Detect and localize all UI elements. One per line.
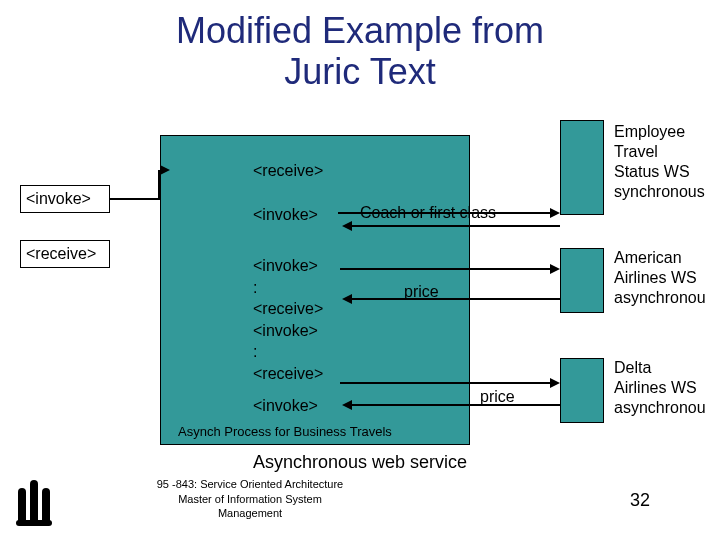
american-ws-label: American Airlines WS asynchronou — [614, 248, 706, 308]
async-ws-title: Asynchronous web service — [0, 452, 720, 473]
line-to-american — [340, 268, 552, 270]
center-receive-top: <receive> — [253, 160, 323, 182]
price1-label: price — [404, 283, 439, 301]
arrow-invoke-employee — [550, 208, 560, 218]
title-line-2: Juric Text — [284, 51, 435, 92]
left-invoke-label: <invoke> — [26, 190, 91, 208]
center-invoke-top: <invoke> — [253, 204, 318, 226]
line-from-delta — [352, 404, 560, 406]
line-employee-back — [352, 225, 560, 227]
coach-label: Coach or first class — [360, 204, 496, 222]
line-to-delta — [340, 382, 552, 384]
line-left-invoke — [110, 198, 160, 200]
slide-stage: Modified Example from Juric Text <invoke… — [0, 0, 720, 540]
delta-ws-label: Delta Airlines WS asynchronou — [614, 358, 706, 418]
employee-ws-box — [560, 120, 604, 215]
logo-icon — [18, 480, 58, 524]
price2-label: price — [480, 388, 515, 406]
arrow-from-delta — [342, 400, 352, 410]
arrow-from-american — [342, 294, 352, 304]
delta-ws-box — [560, 358, 604, 423]
arrow-to-delta — [550, 378, 560, 388]
arrow-employee-back — [342, 221, 352, 231]
page-number: 32 — [630, 490, 650, 511]
course-label: 95 -843: Service Oriented Architecture — [120, 478, 380, 492]
title-line-1: Modified Example from — [176, 10, 544, 51]
arrow-left-invoke — [160, 165, 170, 175]
center-invoke-bottom: <invoke> — [253, 395, 318, 417]
arrow-to-american — [550, 264, 560, 274]
line-from-american — [352, 298, 560, 300]
slide-title: Modified Example from Juric Text — [0, 0, 720, 93]
american-ws-box — [560, 248, 604, 313]
center-block: <invoke> : <receive> <invoke> : <receive… — [253, 255, 323, 385]
master-label: Master of Information System Management — [150, 493, 350, 521]
asynch-caption: Asynch Process for Business Travels — [178, 423, 392, 441]
employee-ws-label: Employee Travel Status WS synchronous — [614, 122, 705, 202]
left-receive-label: <receive> — [26, 245, 96, 263]
